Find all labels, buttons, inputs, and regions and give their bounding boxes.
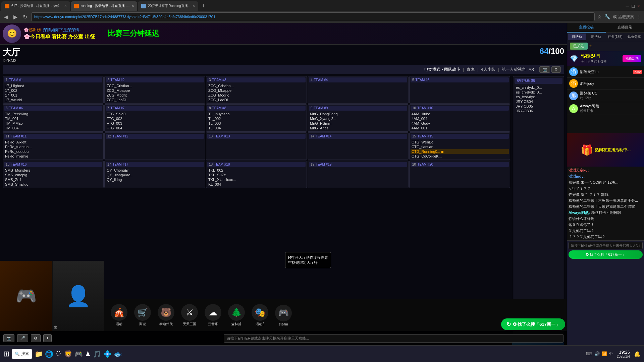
team-card-6: 6 TEAM #6TM_PeekKingTM_001TM_MMaoTM_004 [3,104,104,132]
taskbar-right: ⌨ 🔊 📶 中 19:26 2025/1/4 🔔 [586,350,641,358]
tab-1[interactable]: 617 - 搜索结果 - 斗鱼直播 - 游戏... × [1,1,70,11]
sidebar-sub-daily[interactable]: 日活动 [568,34,586,40]
taskbar-notification-btn[interactable]: 🔔 [634,351,641,357]
sidebar-sub-weekly[interactable]: 周活动 [587,34,605,40]
team-card-15: 15 TEAM #15CTG_WenBoCTG_tiantian...CTG_R… [409,132,510,160]
chat-input-inline[interactable]: 请按下ENTER键或点击聊天框来开启聊天天功能... [224,334,564,343]
team-card-11: 11 TEAM #11PeRo_AixleftPeRo_tuantua...Pe… [3,132,104,160]
view-btn-2[interactable]: ⚙ [551,66,561,73]
user-row-1[interactable]: 滔滔滔judy [567,78,644,89]
extension-icon[interactable]: 🔧 [604,14,610,20]
bottom-icon-5[interactable]: 🌲森林捕 [228,304,245,326]
chat-text: 又是他们了吗？ [569,228,594,233]
team-17-member-0: QY_ChongEr [106,168,204,173]
right-sidebar: 主播投稿 直播目录 日活动 周活动 任务(135) 钻鱼分享 已关注 ☆ 💎 钻… [567,23,644,345]
spectator-0: es_cn-dydz_0... [515,85,562,90]
tab-3-close[interactable]: × [193,4,195,8]
bottom-icon-label-0: 活动 [116,322,122,326]
taskbar-icon-edge[interactable]: 🌐 [45,350,53,358]
tooltip-line1: f4打开大厅动作流程差异 [288,255,328,260]
bottom-icon-label-5: 森林捕 [231,322,241,326]
team-card-10: 10 TEAM #104AM_1lubo4AM_0044AM_Godv4AM_0… [409,104,510,132]
sidebar-sub-tasks[interactable]: 任务(135) [606,34,625,40]
user-row-0[interactable]: 滔滔滔天空kuRin0 [567,66,644,78]
tray-icon-network[interactable]: 📶 [602,351,607,356]
clock-area[interactable]: 19:26 2025/1/4 [617,350,630,358]
stream-plus-btn[interactable]: + [43,334,52,342]
follow-button[interactable]: 已关注 [570,43,588,50]
taskbar-icon-shield[interactable]: 🛡 [55,350,62,358]
tab-3[interactable]: 20岁天才富手Running直播... × [138,1,198,11]
bottom-icon-6[interactable]: 🎭活动2 [252,304,268,326]
bottom-icon-4[interactable]: ☁云音乐 [205,304,221,326]
team-9-member-3: MnG_Aries [309,126,407,130]
minimize-button[interactable]: ─ [626,3,629,9]
bottom-icon-0[interactable]: 🎪活动 [111,304,127,326]
view-btn-1[interactable]: 📷 [539,66,550,73]
team-card-12: 12 TEAM #12 [104,132,205,160]
taskbar-icon-fish[interactable]: 🐟 [114,350,122,358]
maximize-button[interactable]: □ [632,3,634,9]
search-bar[interactable]: 🔍 搜索 [12,349,32,359]
diamond-gift-btn[interactable]: 礼物活动 [623,55,641,62]
team-9-member-2: MnG_HSmm [309,121,407,126]
start-button[interactable]: ⊞ [3,350,9,358]
stream-gear-btn[interactable]: ⚙ [31,334,41,342]
taskbar-icon-game2[interactable]: ♟ [85,350,91,358]
tooltip-overlay: f4打开大厅动作流程差异 空格键绑定大厅行 [285,252,331,268]
sidebar-tab-broadcast[interactable]: 主播投稿 [567,23,606,33]
team-6-member-2: TM_MMao [4,121,102,126]
tab-1-close[interactable]: × [64,4,67,8]
user-row-3[interactable]: AAlways阿然粉丝打卡 [567,102,644,115]
tray-icon-1[interactable]: ⌨ [586,351,592,356]
nav-fwd-button[interactable]: ▶ [12,13,19,21]
user-row-2[interactable]: 那那好像 CC约 12块 [567,89,644,102]
team-header-20: 20 TEAM #20 [411,162,509,167]
bottom-icon-7[interactable]: 🎮steam [275,305,292,326]
team-8-member-0: TL_Inuyasha [207,112,306,116]
spec-count: 6 [532,79,534,82]
taskbar-icon-steam[interactable]: 💠 [103,350,112,358]
toolbar-right: ☆ 🔧 成 品进搜索 ⋮ [597,14,641,20]
tray-icon-2[interactable]: 🔊 [594,351,600,356]
team-6-member-3: TM_004 [4,126,102,130]
taskbar-icon-brave[interactable]: 🦁 [64,350,72,358]
tray-icon-lang[interactable]: 中 [609,351,613,356]
team-header-15: 15 TEAM #15 [411,134,509,139]
tab-2-close[interactable]: × [131,4,134,8]
nav-refresh-button[interactable]: ↻ [21,13,29,21]
spectator-3: JRY-CB04 [515,99,562,104]
streamer-avatar: 😊 [3,24,21,43]
send-gift-button[interactable]: ✪ 找了么搜「617新一」 [569,250,643,259]
gift-search-button[interactable]: ↻ ✪ 找了么搜「617新一」 [501,318,565,330]
bottom-icon-3[interactable]: ⚔天天三国 [181,304,198,326]
taskbar-icon-music[interactable]: 🎵 [93,350,101,358]
stream-mic-btn[interactable]: 🎤 [17,334,28,342]
chat-text: 女行了？？？ [569,186,591,191]
new-tab-button[interactable]: + [199,3,208,10]
star-icon[interactable]: ☆ [597,14,602,20]
chat-input[interactable] [569,242,643,249]
mode-sep1: | [463,67,464,72]
team-card-18: 18 TEAM #18TKL_002TKL_SuZeTKL_XiaoHuxx..… [206,161,307,188]
taskbar-icon-file[interactable]: 📁 [35,350,43,358]
team-header-16: 16 TEAM #16 [4,162,102,167]
bottom-icon-1[interactable]: 🛒商城 [134,304,151,326]
close-window-button[interactable]: × [637,3,640,9]
chat-message: 女行了？？？ [569,186,643,191]
sidebar-sub-share[interactable]: 钻鱼分享 [625,34,643,40]
team-18-member-0: TKL_002 [207,168,306,173]
stream-cam-btn[interactable]: 📷 [3,334,14,342]
nav-back-button[interactable]: ◀ [3,13,9,21]
team-11-member-1: PeRo_tuantua... [4,144,102,149]
menu-icon[interactable]: ⋮ [637,14,641,20]
bottom-icon-2[interactable]: 🐻泰迪代代 [158,304,174,326]
address-input[interactable]: https://www.douyu.com/topic/2025DZB17nd=… [31,12,595,21]
sidebar-tab-directory[interactable]: 直播目录 [606,23,644,33]
taskbar-icon-game1[interactable]: 🎮 [74,350,83,358]
tab-2[interactable]: running - 搜索结果 - 斗鱼直播 -... × [71,1,138,11]
team-card-7: 7 TEAM #7FTG_Solo9FTG_002FTG_003FTG_004 [104,104,205,132]
refresh-icon: ↻ [506,321,511,327]
settings-icon[interactable]: 成 品进搜索 [613,14,634,20]
team-11-member-0: PeRo_Aixleft [4,140,102,144]
